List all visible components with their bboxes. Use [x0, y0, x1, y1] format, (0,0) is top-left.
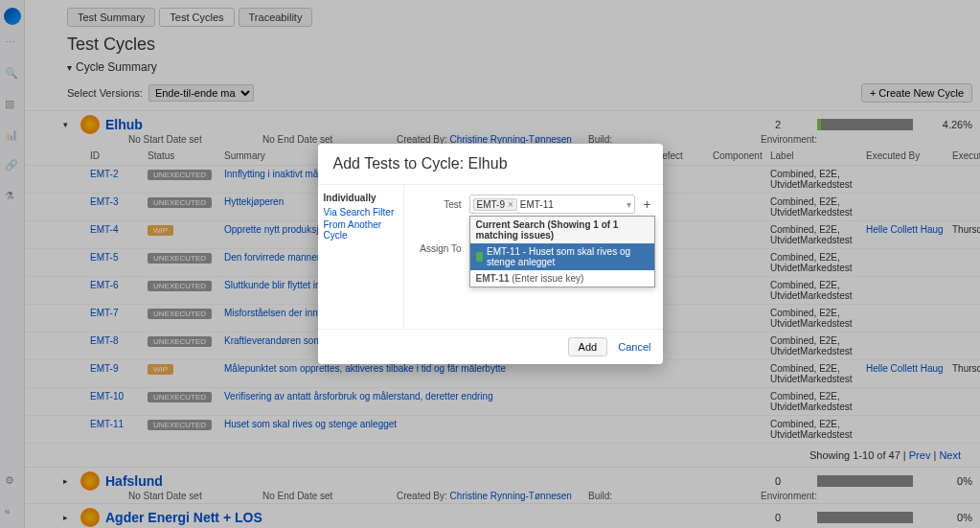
test-dropdown: Current Search (Showing 1 of 1 matching …	[469, 216, 655, 287]
add-test-plus-icon[interactable]: +	[643, 196, 650, 212]
modal-backdrop[interactable]: Add Tests to Cycle: Elhub Individually V…	[0, 0, 980, 528]
dropdown-info[interactable]: EMT-11 (Enter issue key)	[470, 270, 654, 287]
test-typed-text[interactable]: EMT-11	[520, 199, 554, 210]
test-label: Test	[416, 199, 462, 210]
modal-sidebar: Individually Via Search Filter From Anot…	[318, 185, 404, 329]
dropdown-group-header: Current Search (Showing 1 of 1 matching …	[470, 217, 654, 243]
chevron-down-icon[interactable]: ▾	[627, 199, 631, 210]
modal-title: Add Tests to Cycle: Elhub	[318, 144, 663, 185]
cancel-link[interactable]: Cancel	[618, 341, 650, 353]
test-token: EMT-9 ×	[473, 198, 517, 211]
via-search-filter-link[interactable]: Via Search Filter	[324, 207, 398, 218]
assign-label: Assign To	[416, 243, 462, 254]
dropdown-option-emt11[interactable]: EMT-11 - Huset som skal rives og stenge …	[470, 243, 654, 270]
modal-footer: Add Cancel	[318, 329, 663, 364]
add-tests-modal: Add Tests to Cycle: Elhub Individually V…	[318, 144, 663, 364]
modal-side-header: Individually	[324, 193, 398, 203]
add-button[interactable]: Add	[568, 337, 608, 356]
test-token-input[interactable]: EMT-9 × EMT-11 ▾	[469, 195, 636, 214]
token-remove-icon[interactable]: ×	[508, 199, 513, 210]
from-another-cycle-link[interactable]: From Another Cycle	[324, 219, 398, 241]
test-field-row: Test EMT-9 × EMT-11 ▾ + Current Search (…	[416, 195, 651, 214]
issue-type-icon	[476, 252, 484, 262]
